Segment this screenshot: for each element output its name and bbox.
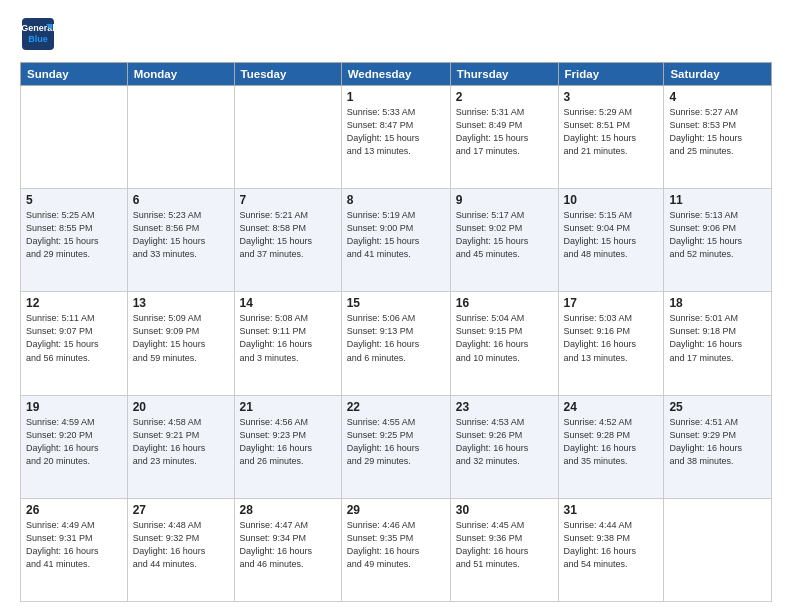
day-number: 28 (240, 503, 336, 517)
calendar-table: SundayMondayTuesdayWednesdayThursdayFrid… (20, 62, 772, 602)
day-info: Sunrise: 4:52 AM Sunset: 9:28 PM Dayligh… (564, 416, 659, 468)
day-info: Sunrise: 5:25 AM Sunset: 8:55 PM Dayligh… (26, 209, 122, 261)
day-info: Sunrise: 4:53 AM Sunset: 9:26 PM Dayligh… (456, 416, 553, 468)
day-info: Sunrise: 5:31 AM Sunset: 8:49 PM Dayligh… (456, 106, 553, 158)
calendar-cell: 6Sunrise: 5:23 AM Sunset: 8:56 PM Daylig… (127, 189, 234, 292)
calendar-cell: 30Sunrise: 4:45 AM Sunset: 9:36 PM Dayli… (450, 498, 558, 601)
calendar-cell: 2Sunrise: 5:31 AM Sunset: 8:49 PM Daylig… (450, 86, 558, 189)
calendar-week-5: 26Sunrise: 4:49 AM Sunset: 9:31 PM Dayli… (21, 498, 772, 601)
header-cell-friday: Friday (558, 63, 664, 86)
day-number: 25 (669, 400, 766, 414)
day-number: 17 (564, 296, 659, 310)
calendar-cell: 5Sunrise: 5:25 AM Sunset: 8:55 PM Daylig… (21, 189, 128, 292)
calendar-week-1: 1Sunrise: 5:33 AM Sunset: 8:47 PM Daylig… (21, 86, 772, 189)
calendar-cell: 23Sunrise: 4:53 AM Sunset: 9:26 PM Dayli… (450, 395, 558, 498)
calendar-cell: 7Sunrise: 5:21 AM Sunset: 8:58 PM Daylig… (234, 189, 341, 292)
day-number: 6 (133, 193, 229, 207)
day-number: 23 (456, 400, 553, 414)
day-number: 26 (26, 503, 122, 517)
day-info: Sunrise: 5:21 AM Sunset: 8:58 PM Dayligh… (240, 209, 336, 261)
calendar-cell: 29Sunrise: 4:46 AM Sunset: 9:35 PM Dayli… (341, 498, 450, 601)
day-number: 12 (26, 296, 122, 310)
day-number: 22 (347, 400, 445, 414)
calendar-cell: 17Sunrise: 5:03 AM Sunset: 9:16 PM Dayli… (558, 292, 664, 395)
calendar-cell (664, 498, 772, 601)
day-number: 21 (240, 400, 336, 414)
day-number: 18 (669, 296, 766, 310)
calendar-cell: 1Sunrise: 5:33 AM Sunset: 8:47 PM Daylig… (341, 86, 450, 189)
day-info: Sunrise: 4:49 AM Sunset: 9:31 PM Dayligh… (26, 519, 122, 571)
day-number: 5 (26, 193, 122, 207)
calendar-week-3: 12Sunrise: 5:11 AM Sunset: 9:07 PM Dayli… (21, 292, 772, 395)
calendar-cell: 16Sunrise: 5:04 AM Sunset: 9:15 PM Dayli… (450, 292, 558, 395)
calendar-cell: 14Sunrise: 5:08 AM Sunset: 9:11 PM Dayli… (234, 292, 341, 395)
day-info: Sunrise: 4:47 AM Sunset: 9:34 PM Dayligh… (240, 519, 336, 571)
day-number: 10 (564, 193, 659, 207)
header-cell-thursday: Thursday (450, 63, 558, 86)
day-info: Sunrise: 5:08 AM Sunset: 9:11 PM Dayligh… (240, 312, 336, 364)
day-number: 13 (133, 296, 229, 310)
day-info: Sunrise: 5:04 AM Sunset: 9:15 PM Dayligh… (456, 312, 553, 364)
day-info: Sunrise: 5:23 AM Sunset: 8:56 PM Dayligh… (133, 209, 229, 261)
calendar-cell: 31Sunrise: 4:44 AM Sunset: 9:38 PM Dayli… (558, 498, 664, 601)
day-info: Sunrise: 5:06 AM Sunset: 9:13 PM Dayligh… (347, 312, 445, 364)
day-number: 11 (669, 193, 766, 207)
day-info: Sunrise: 4:51 AM Sunset: 9:29 PM Dayligh… (669, 416, 766, 468)
calendar-cell: 9Sunrise: 5:17 AM Sunset: 9:02 PM Daylig… (450, 189, 558, 292)
calendar-cell: 15Sunrise: 5:06 AM Sunset: 9:13 PM Dayli… (341, 292, 450, 395)
day-number: 31 (564, 503, 659, 517)
calendar-cell: 21Sunrise: 4:56 AM Sunset: 9:23 PM Dayli… (234, 395, 341, 498)
day-info: Sunrise: 5:15 AM Sunset: 9:04 PM Dayligh… (564, 209, 659, 261)
day-number: 15 (347, 296, 445, 310)
day-info: Sunrise: 4:45 AM Sunset: 9:36 PM Dayligh… (456, 519, 553, 571)
day-info: Sunrise: 4:56 AM Sunset: 9:23 PM Dayligh… (240, 416, 336, 468)
day-info: Sunrise: 4:58 AM Sunset: 9:21 PM Dayligh… (133, 416, 229, 468)
calendar-cell: 10Sunrise: 5:15 AM Sunset: 9:04 PM Dayli… (558, 189, 664, 292)
calendar-header-row: SundayMondayTuesdayWednesdayThursdayFrid… (21, 63, 772, 86)
calendar-cell: 24Sunrise: 4:52 AM Sunset: 9:28 PM Dayli… (558, 395, 664, 498)
calendar-cell: 18Sunrise: 5:01 AM Sunset: 9:18 PM Dayli… (664, 292, 772, 395)
header-cell-sunday: Sunday (21, 63, 128, 86)
calendar-cell (234, 86, 341, 189)
day-number: 20 (133, 400, 229, 414)
header: General Blue (20, 16, 772, 52)
calendar-cell (21, 86, 128, 189)
day-number: 30 (456, 503, 553, 517)
calendar-cell: 20Sunrise: 4:58 AM Sunset: 9:21 PM Dayli… (127, 395, 234, 498)
day-info: Sunrise: 5:01 AM Sunset: 9:18 PM Dayligh… (669, 312, 766, 364)
day-info: Sunrise: 5:03 AM Sunset: 9:16 PM Dayligh… (564, 312, 659, 364)
calendar-cell: 25Sunrise: 4:51 AM Sunset: 9:29 PM Dayli… (664, 395, 772, 498)
day-info: Sunrise: 4:59 AM Sunset: 9:20 PM Dayligh… (26, 416, 122, 468)
day-number: 19 (26, 400, 122, 414)
day-number: 29 (347, 503, 445, 517)
day-info: Sunrise: 4:44 AM Sunset: 9:38 PM Dayligh… (564, 519, 659, 571)
svg-text:Blue: Blue (28, 34, 48, 44)
day-info: Sunrise: 4:46 AM Sunset: 9:35 PM Dayligh… (347, 519, 445, 571)
day-number: 3 (564, 90, 659, 104)
day-info: Sunrise: 5:11 AM Sunset: 9:07 PM Dayligh… (26, 312, 122, 364)
calendar-week-4: 19Sunrise: 4:59 AM Sunset: 9:20 PM Dayli… (21, 395, 772, 498)
calendar-cell: 19Sunrise: 4:59 AM Sunset: 9:20 PM Dayli… (21, 395, 128, 498)
day-number: 1 (347, 90, 445, 104)
day-number: 24 (564, 400, 659, 414)
header-cell-tuesday: Tuesday (234, 63, 341, 86)
header-cell-monday: Monday (127, 63, 234, 86)
calendar-cell: 26Sunrise: 4:49 AM Sunset: 9:31 PM Dayli… (21, 498, 128, 601)
day-info: Sunrise: 5:13 AM Sunset: 9:06 PM Dayligh… (669, 209, 766, 261)
calendar-cell: 22Sunrise: 4:55 AM Sunset: 9:25 PM Dayli… (341, 395, 450, 498)
calendar-cell: 13Sunrise: 5:09 AM Sunset: 9:09 PM Dayli… (127, 292, 234, 395)
calendar-cell: 12Sunrise: 5:11 AM Sunset: 9:07 PM Dayli… (21, 292, 128, 395)
day-number: 14 (240, 296, 336, 310)
day-info: Sunrise: 5:09 AM Sunset: 9:09 PM Dayligh… (133, 312, 229, 364)
day-number: 27 (133, 503, 229, 517)
calendar-cell: 8Sunrise: 5:19 AM Sunset: 9:00 PM Daylig… (341, 189, 450, 292)
calendar-cell: 28Sunrise: 4:47 AM Sunset: 9:34 PM Dayli… (234, 498, 341, 601)
page: General Blue SundayMondayTuesdayWednesda… (0, 0, 792, 612)
logo-icon: General Blue (20, 16, 56, 52)
day-number: 9 (456, 193, 553, 207)
calendar-cell (127, 86, 234, 189)
calendar-week-2: 5Sunrise: 5:25 AM Sunset: 8:55 PM Daylig… (21, 189, 772, 292)
header-cell-wednesday: Wednesday (341, 63, 450, 86)
day-number: 16 (456, 296, 553, 310)
day-number: 4 (669, 90, 766, 104)
